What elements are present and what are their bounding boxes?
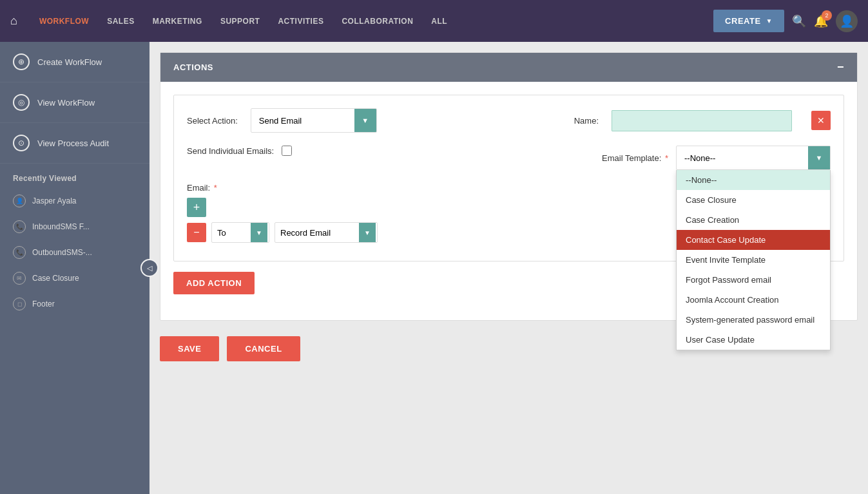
notification-icon[interactable]: 🔔 2	[814, 14, 828, 28]
record-email-arrow[interactable]: ▼	[359, 223, 376, 242]
main-layout: ◁ ⊕ Create WorkFlow ◎ View WorkFlow ⊙ Vi…	[0, 42, 868, 494]
topnav-actions: CREATE ▼ 🔍 🔔 2 👤	[713, 10, 858, 32]
template-option-none[interactable]: --None--	[677, 170, 830, 190]
template-option-sys-password[interactable]: System-generated password email	[677, 310, 830, 330]
select-action-arrow[interactable]: ▼	[354, 109, 376, 132]
action-container: Select Action: Send Email ▼ Name: ✕	[173, 95, 844, 261]
name-label: Name:	[574, 116, 599, 126]
email-template-required: *	[665, 153, 668, 163]
sidebar-item-label-audit: View Process Audit	[37, 138, 109, 148]
home-icon[interactable]: ⌂	[10, 14, 17, 28]
nav-activities[interactable]: ACTIVITIES	[269, 0, 333, 42]
sidebar-item-label-view: View WorkFlow	[37, 98, 95, 108]
nav-marketing[interactable]: MARKETING	[144, 0, 211, 42]
sidebar-item-create-workflow[interactable]: ⊕ Create WorkFlow	[0, 42, 149, 82]
delete-action-button[interactable]: ✕	[811, 111, 831, 130]
template-option-contact-case[interactable]: Contact Case Update	[677, 230, 830, 250]
user-avatar[interactable]: 👤	[836, 10, 858, 32]
recent-person-icon: 👤	[13, 195, 26, 207]
recent-phone-icon-1: 📞	[13, 220, 26, 233]
email-template-label: Email Template: *	[602, 153, 668, 163]
record-email-dropdown[interactable]: ▼	[275, 222, 378, 243]
select-action-label: Select Action:	[187, 116, 238, 126]
recent-item-footer[interactable]: ◻ Footer	[0, 291, 149, 317]
save-button[interactable]: SAVE	[160, 336, 219, 361]
create-label: CREATE	[725, 16, 760, 26]
topnav: ⌂ WORKFLOW SALES MARKETING SUPPORT ACTIV…	[0, 0, 868, 42]
create-button[interactable]: CREATE ▼	[713, 10, 784, 32]
view-workflow-icon: ◎	[13, 94, 30, 111]
recently-viewed-title: Recently Viewed	[0, 164, 149, 188]
remove-email-button[interactable]: −	[187, 223, 206, 242]
recent-item-label-inbound: InboundSMS F...	[32, 222, 90, 231]
name-input[interactable]	[612, 110, 792, 131]
main-content: ACTIONS − Select Action: Send Email ▼	[149, 42, 868, 494]
nav-sales[interactable]: SALES	[98, 0, 144, 42]
recent-item-label-outbound: OutboundSMS-...	[32, 248, 92, 257]
template-option-event-invite[interactable]: Event Invite Template	[677, 250, 830, 270]
actions-body: Select Action: Send Email ▼ Name: ✕	[160, 82, 857, 320]
email-template-group: Email Template: * ▼ --None--	[602, 146, 831, 170]
template-dropdown-wrapper: ▼ --None-- Case Closure Case Creation Co…	[676, 146, 831, 170]
recent-item-jasper[interactable]: 👤 Jasper Ayala	[0, 188, 149, 214]
nav-workflow[interactable]: WORKFLOW	[30, 0, 98, 42]
template-dropdown-input[interactable]	[677, 148, 808, 168]
actions-card: ACTIONS − Select Action: Send Email ▼	[160, 52, 858, 321]
template-dropdown[interactable]: ▼	[676, 146, 831, 170]
to-dropdown[interactable]: ▼	[211, 222, 269, 243]
send-individual-checkbox[interactable]	[282, 146, 292, 156]
recent-item-outbound[interactable]: 📞 OutboundSMS-...	[0, 240, 149, 265]
nav-collaboration[interactable]: COLLABORATION	[333, 0, 422, 42]
cancel-button[interactable]: CANCEL	[227, 336, 300, 361]
to-input[interactable]	[212, 224, 251, 242]
recent-item-case-closure[interactable]: ✉ Case Closure	[0, 265, 149, 291]
template-dropdown-arrow[interactable]: ▼	[808, 146, 830, 169]
minus-icon: −	[193, 227, 199, 238]
email-label: Email: *	[187, 183, 217, 193]
template-option-case-closure[interactable]: Case Closure	[677, 190, 830, 210]
create-arrow-icon: ▼	[766, 17, 773, 24]
recent-envelope-icon: ✉	[13, 272, 26, 285]
select-action-dropdown[interactable]: Send Email ▼	[251, 108, 377, 133]
minimize-icon[interactable]: −	[837, 61, 844, 74]
sidebar-item-view-process-audit[interactable]: ⊙ View Process Audit	[0, 123, 149, 164]
sidebar-item-view-workflow[interactable]: ◎ View WorkFlow	[0, 82, 149, 123]
sidebar: ◁ ⊕ Create WorkFlow ◎ View WorkFlow ⊙ Vi…	[0, 42, 149, 494]
sidebar-collapse-button[interactable]: ◁	[140, 259, 159, 277]
nav-support[interactable]: SUPPORT	[211, 0, 269, 42]
recent-item-label-case: Case Closure	[32, 274, 79, 283]
actions-title: ACTIONS	[173, 62, 213, 72]
create-workflow-icon: ⊕	[13, 53, 30, 70]
send-individual-group: Send Individual Emails:	[187, 146, 292, 156]
email-required: *	[214, 183, 217, 193]
action-top-row: Select Action: Send Email ▼ Name: ✕	[187, 108, 831, 133]
template-option-forgot-password[interactable]: Forgot Password email	[677, 270, 830, 290]
add-action-button[interactable]: ADD ACTION	[173, 272, 255, 294]
sidebar-item-label-create: Create WorkFlow	[37, 57, 102, 67]
send-individual-label: Send Individual Emails:	[187, 146, 274, 156]
select-action-select[interactable]: Send Email	[251, 111, 354, 131]
record-email-input[interactable]	[275, 224, 359, 242]
search-icon[interactable]: 🔍	[792, 14, 806, 28]
recent-item-label-footer: Footer	[32, 299, 55, 309]
nav-all[interactable]: ALL	[422, 0, 456, 42]
to-dropdown-arrow[interactable]: ▼	[251, 223, 267, 242]
recent-item-label: Jasper Ayala	[32, 196, 77, 205]
template-option-case-creation[interactable]: Case Creation	[677, 210, 830, 230]
recent-box-icon: ◻	[13, 298, 26, 310]
recent-item-inbound[interactable]: 📞 InboundSMS F...	[0, 214, 149, 240]
notification-badge: 2	[822, 10, 832, 21]
actions-header: ACTIONS −	[160, 53, 857, 82]
add-email-button[interactable]: +	[187, 198, 206, 217]
template-option-user-case[interactable]: User Case Update	[677, 330, 830, 350]
template-menu: --None-- Case Closure Case Creation Cont…	[676, 170, 831, 350]
process-audit-icon: ⊙	[13, 135, 30, 151]
template-option-joomla[interactable]: Joomla Account Creation	[677, 290, 830, 310]
options-row: Send Individual Emails: Email Template: …	[187, 146, 831, 170]
topnav-links: WORKFLOW SALES MARKETING SUPPORT ACTIVIT…	[30, 0, 713, 42]
recent-phone-icon-2: 📞	[13, 246, 26, 259]
